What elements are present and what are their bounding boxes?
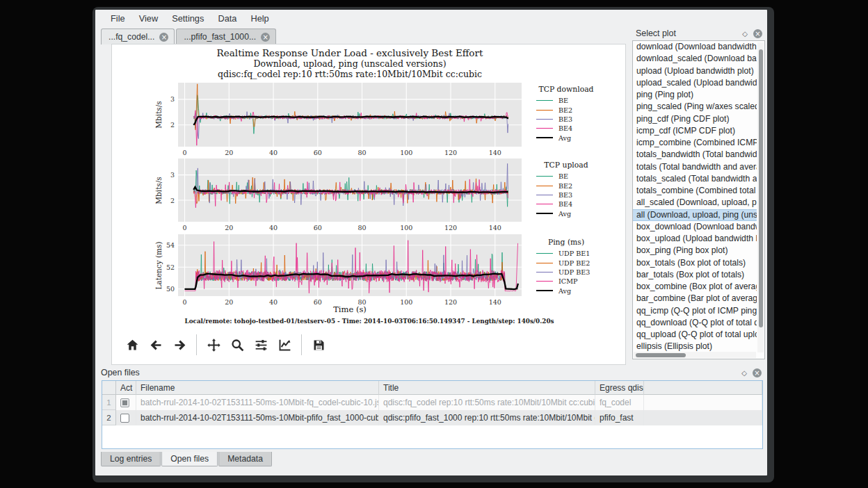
legend-label: UDP BE1 [558, 250, 590, 257]
save-button[interactable] [307, 333, 330, 357]
svg-text:140: 140 [489, 149, 501, 156]
plot-list-item[interactable]: bar_combine (Bar plot of averages of se [633, 293, 757, 304]
plot-list-item[interactable]: icmp_combine (Combined ICMP ping pl [633, 137, 757, 149]
plot-list-item[interactable]: upload (Upload bandwidth plot) [633, 65, 757, 77]
plot-list-item[interactable]: qq_upload (Q-Q plot of total upload bar [633, 329, 757, 341]
toolbar-separator [301, 334, 302, 355]
plot-list-item[interactable]: box_totals (Box plot of totals) [633, 257, 757, 269]
plot-list-item[interactable]: ping (Ping plot) [633, 89, 757, 101]
legend-label: BE2 [558, 182, 572, 190]
plot-list-item[interactable]: icmp_cdf (ICMP CDF plot) [633, 125, 757, 137]
forward-icon [172, 338, 187, 352]
svg-text:80: 80 [357, 224, 366, 231]
bottom-tab-bar: Log entriesOpen filesMetadata [101, 452, 273, 467]
table-row[interactable]: 1batch-rrul-2014-10-02T153111-50ms-10Mbi… [102, 395, 762, 410]
plot-list-item[interactable]: all_scaled (Download, upload, ping (scal… [633, 197, 757, 209]
back-button[interactable] [144, 333, 168, 357]
plot-list-vertical-scrollbar[interactable] [757, 42, 764, 352]
bottom-tab-metadata[interactable]: Metadata [218, 452, 272, 466]
document-tab-2[interactable]: ...pfifo_fast_1000...× [176, 29, 276, 44]
plot-list-item[interactable]: qq_icmp (Q-Q plot of ICMP pings) [633, 305, 757, 317]
dock-float-icon[interactable]: ◇ [741, 369, 747, 377]
menu-data[interactable]: Data [211, 11, 243, 26]
dock-close-icon[interactable]: × [753, 368, 762, 377]
column-header-egress-qdisc[interactable]: Egress qdisc [595, 381, 644, 395]
svg-text:3: 3 [170, 171, 175, 179]
legend-label: BE4 [558, 124, 572, 132]
tab-close-icon[interactable]: × [261, 33, 270, 42]
plot-list-item[interactable]: bar_totals (Box plot of totals) [633, 269, 757, 281]
cell-egress-qdisc: pfifo_fast [595, 410, 644, 425]
pan-icon [207, 338, 221, 352]
legend-line-swatch [536, 195, 553, 195]
menu-settings[interactable]: Settings [165, 11, 211, 26]
cell-act[interactable] [116, 410, 136, 425]
column-header-act[interactable]: Act∧ [116, 381, 136, 395]
plot-list-item[interactable]: totals (Total bandwidth and average pin [633, 161, 757, 173]
row-number: 2 [102, 410, 116, 425]
legend-entry-BE: BE [528, 96, 632, 105]
tab-close-icon[interactable]: × [159, 33, 168, 42]
legend-line-swatch [536, 110, 553, 111]
column-header-title[interactable]: Title [379, 381, 595, 395]
plot-list-item[interactable]: ping_cdf (Ping CDF plot) [633, 113, 757, 125]
save-icon [312, 338, 326, 352]
bottom-tab-log-entries[interactable]: Log entries [101, 452, 161, 466]
plot-list-item[interactable]: totals_scaled (Total bandwidth and aver [633, 173, 757, 185]
forward-button[interactable] [168, 333, 191, 357]
legend-label: BE2 [558, 106, 572, 114]
plot-list-item[interactable]: box_combine (Box plot of averages of se [633, 281, 757, 293]
subplots-button[interactable] [249, 333, 273, 357]
svg-text:100: 100 [400, 224, 412, 231]
plot-list-item[interactable]: all (Download, upload, ping (unscaled ve [633, 209, 757, 221]
legend-line-swatch [536, 119, 553, 120]
cell-act[interactable] [116, 395, 136, 410]
plot-list-item[interactable]: ellipsis (Ellipsis plot) [633, 341, 757, 352]
legend-label: BE3 [558, 191, 572, 199]
plot-list-item[interactable]: upload_scaled (Upload bandwidth w/ax [633, 77, 757, 89]
legend-label: BE3 [558, 115, 572, 123]
plot-list-item[interactable]: box_ping (Ping box plot) [633, 245, 757, 257]
document-tab-1[interactable]: ...fq_codel...× [101, 29, 175, 44]
legend-line-swatch [536, 281, 553, 282]
customize-button[interactable] [273, 333, 296, 357]
home-button[interactable] [120, 333, 144, 357]
menu-file[interactable]: File [104, 11, 132, 26]
menu-help[interactable]: Help [243, 11, 275, 26]
plot-list-item[interactable]: download_scaled (Download bandwidth [633, 53, 757, 65]
legend-entry-BE3: BE3 [528, 115, 632, 124]
dock-float-icon[interactable]: ◇ [742, 30, 748, 38]
table-row[interactable]: 2batch-rrul-2014-10-02T153111-50ms-10Mbi… [102, 410, 762, 425]
plot-list-item[interactable]: download (Download bandwidth plot) [633, 41, 757, 53]
pan-button[interactable] [202, 333, 225, 357]
svg-text:2: 2 [170, 121, 175, 129]
plot-list-item[interactable]: totals_bandwidth (Total bandwidth) [633, 149, 757, 161]
document-tab-label: ...pfifo_fast_1000... [184, 32, 256, 42]
zoom-button[interactable] [225, 333, 249, 357]
axes-svg-tcp_download: 02040608010012014023 [143, 83, 522, 158]
cell-egress-qdisc: fq_codel [595, 395, 644, 410]
active-checkbox[interactable] [120, 414, 129, 423]
legend-title: TCP download [528, 85, 604, 94]
plot-list-item[interactable]: box_upload (Upload bandwidth box plo [633, 233, 757, 245]
plot-list-item[interactable]: ping_scaled (Ping w/axes scaled to remo [633, 101, 757, 113]
subplot-tcp-upload: 02040608010012014023 [143, 158, 522, 236]
plot-list-item[interactable]: box_download (Download bandwidth b [633, 221, 757, 233]
open-files-dock-header: Open files ◇ × [95, 366, 767, 380]
plot-list-item[interactable]: totals_combine (Combined total bandw [633, 185, 757, 197]
plot-list-item[interactable]: qq_download (Q-Q plot of total downloa [633, 317, 757, 329]
figure-title-block: Realtime Response Under Load - exclusive… [178, 48, 522, 79]
select-plot-dock: Select plot ◇ × download (Download bandw… [632, 26, 765, 367]
bottom-tab-open-files[interactable]: Open files [161, 452, 218, 466]
column-header-filename[interactable]: Filename [136, 381, 379, 395]
x-axis-label: Time (s) [178, 304, 522, 314]
legend-ping: Ping (ms)UDP BE1UDP BE2UDP BE3ICMPAvg [528, 238, 632, 295]
menu-view[interactable]: View [132, 11, 166, 26]
dock-close-icon[interactable]: × [753, 29, 762, 38]
svg-text:52: 52 [166, 263, 175, 271]
legend-title: TCP upload [528, 161, 604, 170]
plot-list-horizontal-scrollbar[interactable] [634, 352, 756, 358]
svg-text:20: 20 [225, 149, 233, 156]
legend-line-swatch [536, 137, 553, 138]
active-checkbox[interactable] [120, 398, 129, 407]
